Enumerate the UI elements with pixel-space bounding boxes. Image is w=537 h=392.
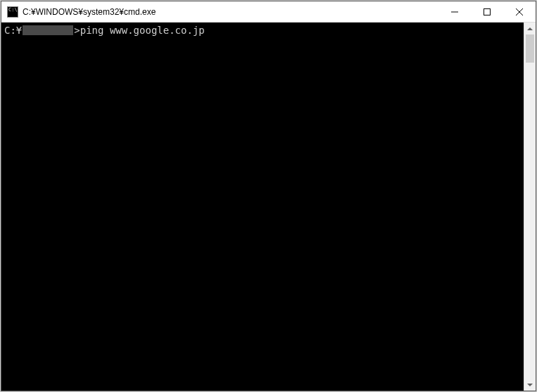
command-prompt-window: C:¥WINDOWS¥system32¥cmd.exe C:¥>ping www… xyxy=(1,1,536,391)
scroll-thumb[interactable] xyxy=(526,34,534,63)
command-line: C:¥>ping www.google.co.jp xyxy=(4,24,521,37)
cmd-icon xyxy=(7,6,18,18)
client-area: C:¥>ping www.google.co.jp xyxy=(1,23,536,391)
minimize-icon xyxy=(451,8,458,15)
scroll-track[interactable] xyxy=(524,34,536,379)
chevron-down-icon xyxy=(527,384,533,386)
scroll-up-button[interactable] xyxy=(524,23,536,34)
window-title: C:¥WINDOWS¥system32¥cmd.exe xyxy=(23,7,438,17)
maximize-button[interactable] xyxy=(471,1,503,22)
close-button[interactable] xyxy=(503,1,536,22)
terminal-output[interactable]: C:¥>ping www.google.co.jp xyxy=(1,23,524,391)
vertical-scrollbar[interactable] xyxy=(524,23,536,391)
redacted-path xyxy=(23,25,73,35)
prompt-prefix: C:¥ xyxy=(4,25,22,36)
typed-command: ping www.google.co.jp xyxy=(80,25,205,36)
prompt-suffix: > xyxy=(74,25,80,36)
window-controls xyxy=(438,1,536,22)
chevron-up-icon xyxy=(527,27,533,30)
svg-rect-1 xyxy=(484,8,491,15)
close-icon xyxy=(516,8,523,15)
titlebar[interactable]: C:¥WINDOWS¥system32¥cmd.exe xyxy=(1,1,536,23)
scroll-down-button[interactable] xyxy=(524,379,536,391)
minimize-button[interactable] xyxy=(438,1,471,22)
maximize-icon xyxy=(484,8,491,15)
